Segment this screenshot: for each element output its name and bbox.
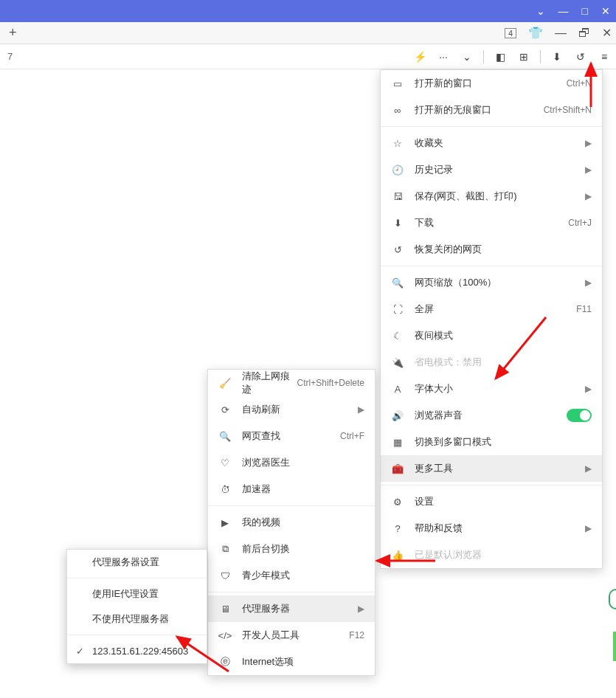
separator [540,50,541,63]
switch-icon: ⧉ [218,542,232,556]
proxy-use-ie[interactable]: 使用IE代理设置 [67,581,207,607]
menu-label: 设置 [415,495,592,508]
menu-label: 帮助和反馈 [415,522,585,535]
more-tools-submenu: 🧹 清除上网痕迹 Ctrl+Shift+Delete ⟳ 自动刷新 ▶ 🔍 网页… [207,369,376,676]
submenu-browser-doctor[interactable]: ♡ 浏览器医生 [208,449,375,476]
submenu-proxy[interactable]: 🖥 代理服务器 ▶ [208,595,375,622]
star-icon: ☆ [391,137,404,150]
menu-browser-sound[interactable]: 🔊 浏览器声音 [381,402,602,429]
menu-multi-window[interactable]: ▦ 切换到多窗口模式 [381,429,602,455]
menu-shortcut: Ctrl+Shift+Delete [297,378,364,388]
menu-downloads[interactable]: ⬇ 下载 Ctrl+J [381,210,602,236]
restore-icon: ↺ [391,243,404,256]
undo-icon[interactable]: ↺ [573,49,588,64]
menu-save[interactable]: 🖫 保存(网页、截图、打印) ▶ [381,183,602,210]
menu-label: Internet选项 [242,655,364,668]
submenu-accelerator[interactable]: ⏱ 加速器 [208,476,375,502]
menu-separator [67,635,207,635]
menu-fullscreen[interactable]: ⛶ 全屏 F11 [381,296,602,322]
menu-label: 更多工具 [415,462,585,475]
menu-label: 字体大小 [415,382,585,395]
proxy-none[interactable]: 不使用代理服务器 [67,607,207,632]
menu-default-browser: 👍 已是默认浏览器 [381,542,602,568]
plug-icon: 🔌 [391,356,404,369]
submenu-clear-data[interactable]: 🧹 清除上网痕迹 Ctrl+Shift+Delete [208,370,375,396]
menu-separator [381,126,602,127]
refresh-icon: ⟳ [218,403,232,416]
menu-label: 使用IE代理设置 [92,587,196,601]
download-icon: ⬇ [391,216,404,229]
chevron-right-icon: ▶ [585,165,592,175]
more-icon[interactable]: ··· [436,49,451,64]
outer-close-button[interactable]: ✕ [601,6,610,16]
sidebar-icon[interactable]: ◧ [493,49,508,64]
menu-label: 下载 [415,216,568,229]
submenu-fg-bg-switch[interactable]: ⧉ 前后台切换 [208,536,375,562]
submenu-find[interactable]: 🔍 网页查找 Ctrl+F [208,423,375,449]
green-indicator [613,632,616,661]
zoom-icon: 🔍 [391,276,404,289]
heart-icon: ♡ [218,456,232,469]
menu-label: 不使用代理服务器 [92,612,196,626]
inner-restore-button[interactable]: 🗗 [578,27,590,40]
menu-label: 全屏 [415,303,576,316]
outer-maximize-button[interactable]: □ [582,6,588,16]
sound-icon: 🔊 [391,409,404,422]
menu-favorites[interactable]: ☆ 收藏夹 ▶ [381,130,602,156]
proxy-entry-selected[interactable]: ✓ 123.151.61.229:45603 [67,638,207,663]
menu-shortcut: Ctrl+Shift+N [544,105,592,115]
menu-label: 自动刷新 [242,403,358,416]
chevron-right-icon: ▶ [358,404,364,415]
menu-power-save: 🔌 省电模式：禁用 [381,349,602,376]
submenu-internet-options[interactable]: ⓔ Internet选项 [208,649,375,675]
menu-night-mode[interactable]: ☾ 夜间模式 [381,322,602,349]
submenu-dev-tools[interactable]: </> 开发人员工具 F12 [208,622,375,649]
menu-new-window[interactable]: ▭ 打开新的窗口 Ctrl+N [381,70,602,97]
save-icon: 🖫 [391,190,404,203]
inner-close-button[interactable]: ✕ [602,26,612,40]
lightning-icon[interactable]: ⚡ [412,49,427,64]
inner-minimize-button[interactable]: — [555,27,567,40]
submenu-my-videos[interactable]: ▶ 我的视频 [208,509,375,536]
menu-separator [381,266,602,266]
menu-separator [381,485,602,486]
window-icon: ▭ [391,77,404,90]
extension-icon[interactable]: 👕 [528,26,543,40]
font-icon: A [391,382,404,395]
menu-restore-closed[interactable]: ↺ 恢复关闭的网页 [381,236,602,263]
chevron-right-icon: ▶ [585,523,592,533]
toolbox-icon: 🧰 [391,462,404,475]
menu-help[interactable]: ? 帮助和反馈 ▶ [381,515,602,542]
outer-minimize-button[interactable]: — [558,6,569,16]
menu-font-size[interactable]: A 字体大小 ▶ [381,376,602,402]
menu-settings[interactable]: ⚙ 设置 [381,488,602,515]
gear-icon: ⚙ [391,495,404,508]
download-icon[interactable]: ⬇ [550,49,564,64]
submenu-youth-mode[interactable]: 🛡 青少年模式 [208,562,375,589]
menu-new-incognito[interactable]: ∞ 打开新的无痕窗口 Ctrl+Shift+N [381,97,602,123]
menu-label: 开发人员工具 [242,629,349,642]
menu-label: 加速器 [242,483,364,496]
new-tab-button[interactable]: + [4,25,21,41]
tab-counter-badge[interactable]: 4 [505,28,516,38]
separator [483,50,484,63]
dropdown-icon[interactable]: ⌄ [460,49,474,64]
menu-label: 代理服务器 [242,602,358,615]
menu-zoom[interactable]: 🔍 网页缩放（100%） ▶ [381,269,602,296]
sound-toggle[interactable] [567,409,592,422]
chevron-right-icon: ▶ [358,604,364,614]
hamburger-menu-icon[interactable]: ≡ [597,49,612,64]
menu-history[interactable]: 🕘 历史记录 ▶ [381,156,602,183]
chevron-right-icon: ▶ [585,277,592,288]
proxy-submenu: 代理服务器设置 使用IE代理设置 不使用代理服务器 ✓ 123.151.61.2… [66,549,207,664]
outer-chevron-icon[interactable]: ⌄ [536,6,545,16]
proxy-icon: 🖥 [218,602,232,615]
grid-icon[interactable]: ⊞ [516,49,531,64]
submenu-auto-refresh[interactable]: ⟳ 自动刷新 ▶ [208,396,375,423]
address-fragment[interactable]: 7 [4,51,13,62]
history-icon: 🕘 [391,163,404,176]
ie-icon: ⓔ [218,655,232,668]
menu-more-tools[interactable]: 🧰 更多工具 ▶ [381,455,602,482]
proxy-settings[interactable]: 代理服务器设置 [67,550,207,575]
menu-label: 切换到多窗口模式 [415,435,592,449]
